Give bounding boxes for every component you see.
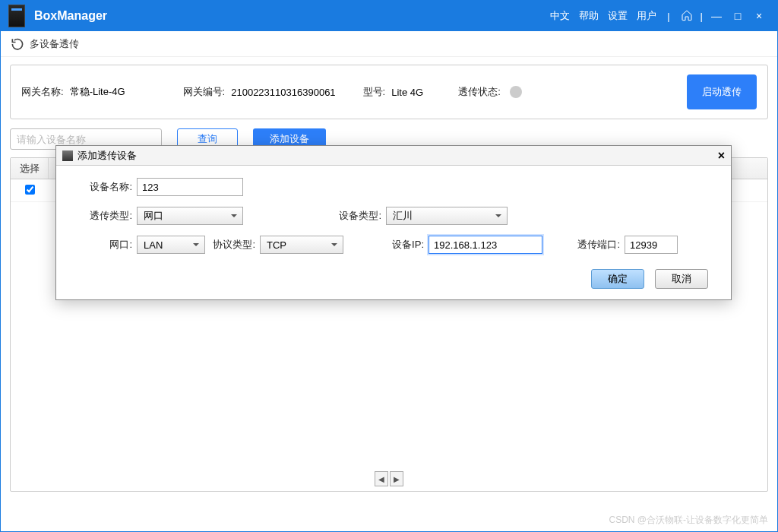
gw-sn-value: 2100223110316390061 (231, 87, 335, 98)
row-checkbox[interactable] (25, 185, 35, 195)
cancel-button[interactable]: 取消 (655, 269, 708, 289)
titlebar: BoxManager 中文 帮助 设置 用户 | | — □ × (1, 1, 777, 31)
app-title: BoxManager (34, 9, 107, 23)
port-input[interactable] (625, 236, 678, 254)
model-label: 型号: (363, 85, 386, 99)
dialog-title: 添加透传设备 (77, 149, 137, 163)
dialog-titlebar: 添加透传设备 × (56, 146, 731, 166)
user-link[interactable]: 用户 (637, 9, 656, 23)
page-title: 多设备透传 (30, 37, 79, 51)
maximize-button[interactable]: □ (727, 10, 748, 22)
ok-button[interactable]: 确定 (591, 269, 644, 289)
port-label: 透传端口: (574, 238, 620, 252)
page-prev-button[interactable]: ◀ (375, 471, 388, 486)
dev-name-label: 设备名称: (79, 180, 132, 194)
sub-header: 多设备透传 (1, 31, 777, 57)
close-button[interactable]: × (748, 10, 770, 22)
proto-select[interactable]: TCP (260, 236, 343, 254)
app-logo (8, 5, 25, 27)
model-value: Lite 4G (391, 87, 423, 98)
gateway-info-bar: 网关名称: 常稳-Lite-4G 网关编号: 21002231103163900… (10, 65, 768, 119)
dev-type-select[interactable]: 汇川 (386, 207, 508, 225)
minimize-button[interactable]: — (706, 10, 727, 22)
pager: ◀ ▶ (11, 471, 767, 486)
gw-name-label: 网关名称: (21, 85, 64, 99)
home-icon[interactable] (676, 9, 697, 24)
proto-label: 协议类型: (210, 238, 255, 252)
trans-type-select[interactable]: 网口 (137, 207, 243, 225)
net-label: 网口: (79, 238, 132, 252)
back-icon[interactable] (10, 36, 25, 52)
status-label: 透传状态: (458, 85, 501, 99)
help-link[interactable]: 帮助 (579, 9, 599, 23)
gw-name-value: 常稳-Lite-4G (70, 85, 125, 99)
dialog-close-icon[interactable]: × (718, 149, 725, 163)
settings-link[interactable]: 设置 (608, 9, 628, 23)
net-select[interactable]: LAN (137, 236, 205, 254)
start-transfer-button[interactable]: 启动透传 (687, 74, 757, 109)
gw-sn-label: 网关编号: (183, 85, 226, 99)
page-next-button[interactable]: ▶ (390, 471, 403, 486)
dialog-icon (62, 150, 73, 161)
status-indicator (510, 86, 522, 98)
lang-link[interactable]: 中文 (550, 9, 570, 23)
watermark: CSDN @合沃物联-让设备数字化更简单 (609, 514, 768, 527)
dev-type-label: 设备类型: (336, 209, 381, 223)
ip-input[interactable] (429, 236, 542, 254)
col-select: 选择 (11, 158, 49, 179)
ip-label: 设备IP: (383, 238, 424, 252)
add-device-dialog: 添加透传设备 × 设备名称: 透传类型: 网口 设备类型: 汇川 网口: LAN… (55, 145, 732, 300)
trans-type-label: 透传类型: (79, 209, 132, 223)
dev-name-input[interactable] (137, 178, 243, 196)
